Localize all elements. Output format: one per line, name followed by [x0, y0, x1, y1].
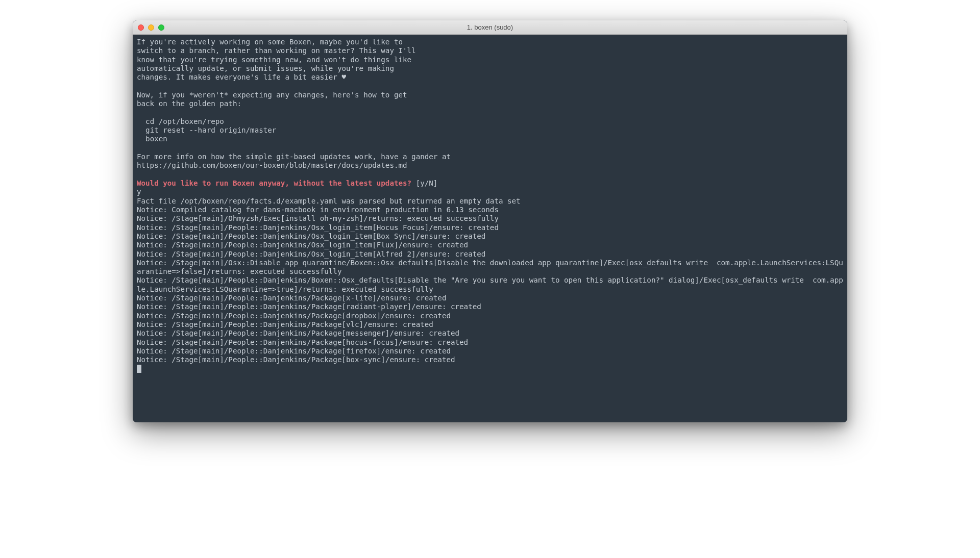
minimize-button[interactable] — [148, 24, 154, 31]
window-titlebar[interactable]: 1. boxen (sudo) — [133, 20, 847, 35]
traffic-lights — [138, 24, 164, 31]
prompt-question: Would you like to run Boxen anyway, with… — [137, 179, 411, 187]
maximize-button[interactable] — [158, 24, 164, 31]
window-title: 1. boxen (sudo) — [467, 23, 513, 31]
terminal-output[interactable]: If you're actively working on some Boxen… — [133, 35, 847, 422]
user-input: y — [137, 188, 141, 196]
close-button[interactable] — [138, 24, 144, 31]
terminal-cursor — [137, 365, 141, 373]
terminal-window: 1. boxen (sudo) If you're actively worki… — [133, 20, 847, 422]
